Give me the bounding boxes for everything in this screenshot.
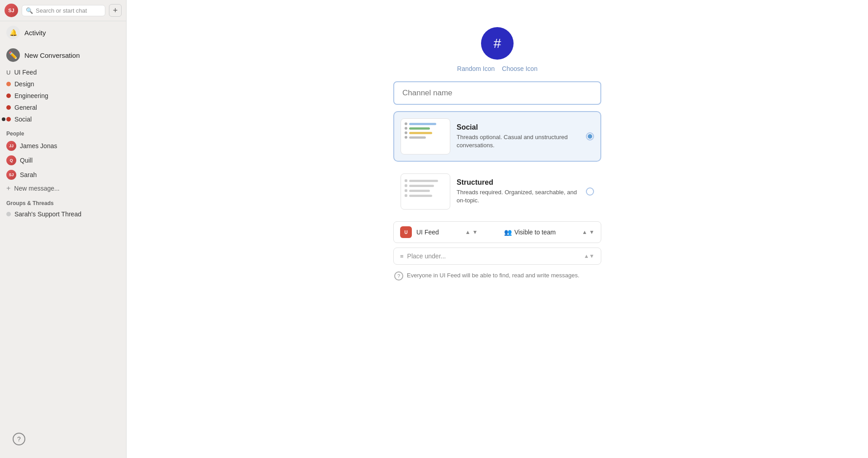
channel-item-general[interactable]: General (0, 102, 126, 113)
place-under-text: Place under... (407, 252, 446, 260)
main-content: # Random Icon Choose Icon (127, 0, 868, 458)
new-message-label: New message... (14, 185, 59, 192)
visibility-chevron: ▲ ▼ (582, 229, 594, 235)
place-under-chevron: ▲▼ (584, 253, 594, 259)
preview-dot (405, 127, 407, 130)
help-button[interactable]: ? (13, 433, 25, 445)
nav-item-new-conversation[interactable]: ✏️ New Conversation (0, 44, 126, 66)
channel-label: General (14, 104, 37, 111)
channel-label: Design (14, 80, 34, 88)
preview-bar (409, 132, 432, 134)
groups-threads-title: Groups & Threads (0, 195, 126, 208)
channel-label: Social (14, 116, 32, 123)
preview-dot (405, 131, 407, 134)
sidebar: SJ 🔍 Search or start chat + 🔔 Activity ✏… (0, 0, 127, 458)
preview-bar (409, 123, 436, 125)
channel-dot-engineering (6, 93, 11, 98)
new-conversation-icon: ✏️ (6, 48, 20, 62)
preview-dot (405, 136, 407, 139)
preview-bar (409, 185, 434, 187)
chevron-down-icon: ▼ (472, 229, 478, 235)
preview-dot (405, 122, 407, 125)
channel-item-ui-feed[interactable]: U UI Feed (0, 66, 126, 78)
social-preview (401, 118, 450, 154)
workspace-row[interactable]: U UI Feed ▲ ▼ 👥 Visible to team ▲ ▼ (393, 221, 601, 243)
social-option-info: Social Threads optional. Casual and unst… (457, 123, 580, 150)
structured-option-info: Structured Threads required. Organized, … (457, 178, 580, 205)
activity-icon: 🔔 (6, 26, 20, 39)
workspace-chevron: ▲ ▼ (465, 229, 478, 235)
structured-radio[interactable] (586, 187, 594, 196)
person-avatar-james: JJ (6, 141, 16, 151)
place-under-row[interactable]: ≡ Place under... ▲▼ (393, 248, 601, 265)
social-radio[interactable] (586, 132, 594, 140)
info-row: ? Everyone in UI Feed will be able to fi… (393, 271, 601, 280)
channel-item-design[interactable]: Design (0, 78, 126, 90)
option-card-structured[interactable]: Structured Threads required. Organized, … (393, 166, 601, 217)
visibility-row: 👥 Visible to team (504, 229, 556, 236)
workspace-name: UI Feed (416, 229, 439, 236)
channel-item-engineering[interactable]: Engineering (0, 90, 126, 102)
thread-label: Sarah's Support Thread (14, 210, 81, 218)
search-bar[interactable]: 🔍 Search or start chat (22, 5, 105, 16)
workspace-left: U UI Feed (400, 226, 439, 238)
thread-item-sarahs-support[interactable]: Sarah's Support Thread (0, 208, 126, 220)
structured-option-title: Structured (457, 178, 580, 187)
user-avatar[interactable]: SJ (5, 4, 18, 17)
choose-icon-button[interactable]: Choose Icon (502, 65, 538, 72)
channel-dot-general (6, 105, 11, 110)
info-icon: ? (394, 271, 403, 280)
info-message: Everyone in UI Feed will be able to find… (407, 272, 580, 279)
nav-item-activity[interactable]: 🔔 Activity (0, 21, 126, 44)
preview-bar (409, 195, 432, 197)
channel-label: UI Feed (14, 69, 37, 76)
chevron-down-icon-2: ▼ (589, 229, 594, 235)
option-card-social[interactable]: Social Threads optional. Casual and unst… (393, 111, 601, 162)
channel-item-social[interactable]: Social (0, 113, 126, 125)
new-conversation-label: New Conversation (24, 51, 80, 59)
preview-bar (409, 190, 430, 192)
search-icon: 🔍 (26, 7, 33, 14)
person-label: Quill (20, 157, 33, 164)
thread-dot (6, 212, 11, 216)
chevron-up-icon: ▲ (465, 229, 471, 235)
channel-label: Engineering (14, 92, 48, 99)
person-item-quill[interactable]: Q Quill (0, 153, 126, 168)
social-option-desc: Threads optional. Casual and unstructure… (457, 133, 580, 150)
people-section-title: People (0, 125, 126, 139)
random-icon-button[interactable]: Random Icon (457, 65, 495, 72)
new-conv-icon-char: ✏️ (9, 51, 18, 60)
channel-name-input[interactable] (393, 81, 601, 105)
search-placeholder-text: Search or start chat (36, 7, 87, 14)
person-avatar-quill: Q (6, 155, 16, 165)
preview-block (405, 194, 407, 197)
sidebar-header: SJ 🔍 Search or start chat + (0, 0, 126, 21)
person-label: Sarah (20, 171, 37, 178)
channel-dot-social (6, 117, 11, 122)
add-button[interactable]: + (109, 4, 122, 17)
info-text: Everyone in UI Feed will be able to find… (407, 271, 580, 280)
preview-block (405, 189, 407, 192)
new-message-item[interactable]: + New message... (0, 182, 126, 195)
activity-icon-char: 🔔 (9, 29, 17, 36)
preview-block (405, 179, 407, 182)
workspace-avatar: U (400, 226, 412, 238)
team-icon: 👥 (504, 229, 512, 236)
preview-bar (409, 127, 430, 130)
visibility-label: Visible to team (514, 229, 556, 236)
icon-actions: Random Icon Choose Icon (457, 65, 538, 72)
person-avatar-sarah: SJ (6, 170, 16, 180)
channel-dot-design (6, 82, 11, 86)
channel-hash-icon: U (6, 69, 10, 76)
preview-block (405, 184, 407, 187)
help-area: ? (0, 426, 126, 458)
channels-section: U UI Feed Design Engineering General Soc… (0, 66, 126, 125)
plus-icon: + (6, 184, 10, 192)
channel-icon[interactable]: # (481, 27, 514, 60)
place-under-left: ≡ Place under... (400, 252, 446, 260)
channel-hash-symbol: # (494, 36, 501, 51)
activity-label: Activity (24, 29, 46, 37)
person-item-sarah[interactable]: SJ Sarah (0, 168, 126, 182)
preview-bar (409, 180, 438, 182)
person-item-james-jonas[interactable]: JJ James Jonas (0, 139, 126, 153)
